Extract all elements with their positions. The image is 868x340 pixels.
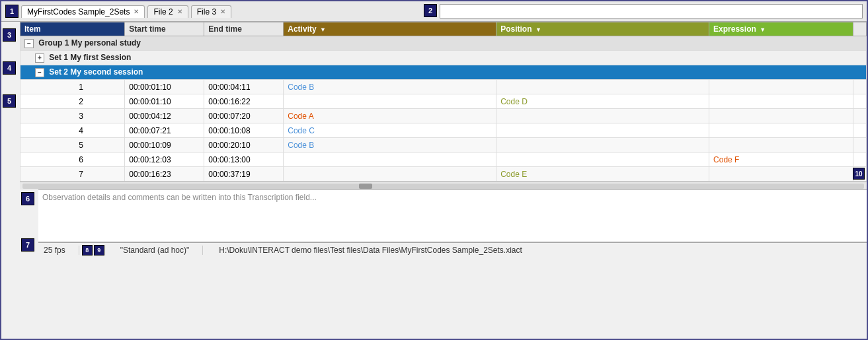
table-row[interactable]: 1 00:00:01:10 00:00:04:11 Code B — [20, 80, 867, 94]
cell-position — [496, 123, 709, 138]
cell-scroll — [853, 123, 867, 138]
table-row[interactable]: 6 00:00:12:03 00:00:13:00 Code F — [20, 153, 867, 167]
cell-scroll — [853, 80, 867, 94]
tab-file3[interactable]: File 3 ✕ — [191, 5, 231, 18]
col-header-expression[interactable]: Expression ▼ — [709, 22, 853, 36]
cell-activity: Code A — [284, 109, 496, 123]
cell-position — [496, 153, 709, 167]
cell-item: 1 — [20, 80, 125, 94]
cell-start: 00:00:04:12 — [125, 109, 204, 123]
badge-8: 8 — [82, 245, 93, 255]
tab-file2[interactable]: File 2 ✕ — [147, 5, 188, 18]
cell-item: 6 — [20, 153, 125, 167]
cell-position — [496, 80, 709, 94]
expression-dropdown-arrow[interactable]: ▼ — [760, 26, 766, 33]
col-header-end: End time — [204, 22, 284, 36]
cell-activity: Code C — [284, 123, 496, 138]
status-bar: 25 fps 8 9 "Standard — [38, 242, 867, 257]
status-fps: 25 fps — [44, 246, 79, 255]
cell-expression — [709, 123, 853, 138]
group-expand-btn[interactable]: − — [24, 39, 34, 48]
cell-expression — [709, 80, 853, 94]
cell-position — [496, 109, 709, 123]
set1-row-cell: + Set 1 My first Session — [20, 51, 867, 65]
table-row[interactable]: 5 00:00:10:09 00:00:20:10 Code B — [20, 138, 867, 153]
badge-2: 2 — [424, 4, 437, 17]
cell-position: Code E — [496, 167, 709, 182]
cell-end: 00:00:04:11 — [204, 80, 284, 94]
cell-activity — [284, 94, 496, 109]
cell-item: 5 — [20, 138, 125, 153]
badge-9: 9 — [94, 245, 104, 255]
transcription-field[interactable]: Observation details and comments can be … — [38, 189, 867, 242]
cell-expression — [709, 167, 853, 182]
activity-dropdown-arrow[interactable]: ▼ — [320, 26, 326, 33]
cell-activity — [284, 153, 496, 167]
cell-scroll — [853, 138, 867, 153]
set1-expand-btn[interactable]: + — [35, 53, 44, 63]
cell-position: Code D — [496, 94, 709, 109]
scroll-track[interactable] — [22, 184, 864, 189]
cell-scroll: 10 — [853, 167, 867, 182]
badge-3: 3 — [3, 28, 16, 42]
col-header-position[interactable]: Position ▼ — [496, 22, 709, 36]
badge-5: 5 — [3, 94, 16, 108]
cell-expression: Code F — [709, 153, 853, 167]
table-row[interactable]: 7 00:00:16:23 00:00:37:19 Code E — [20, 167, 867, 182]
group-row-cell: − Group 1 My personal study — [20, 36, 867, 51]
cell-start: 00:00:07:21 — [125, 123, 204, 138]
group-row: − Group 1 My personal study — [20, 36, 867, 51]
cell-expression — [709, 138, 853, 153]
tab-myfirstcodes[interactable]: MyFirstCodes Sample_2Sets ✕ — [21, 5, 145, 18]
col-header-item: Item — [20, 22, 125, 36]
cell-activity: Code B — [284, 80, 496, 94]
badge-1: 1 — [5, 5, 19, 18]
tab-close-2[interactable]: ✕ — [177, 8, 182, 15]
app-window: 1 MyFirstCodes Sample_2Sets ✕ File 2 ✕ F… — [0, 0, 868, 340]
table-row[interactable]: 3 00:00:04:12 00:00:07:20 Code A — [20, 109, 867, 123]
cell-expression — [709, 109, 853, 123]
horizontal-scrollbar[interactable] — [20, 182, 867, 189]
badge-10: 10 — [853, 168, 865, 180]
cell-item: 4 — [20, 123, 125, 138]
set1-row: + Set 1 My first Session — [20, 51, 867, 65]
cell-end: 00:00:13:00 — [204, 153, 284, 167]
badge-6: 6 — [21, 192, 34, 205]
cell-activity — [284, 167, 496, 182]
status-filepath: H:\Doku\INTERACT demo files\Test files\D… — [206, 246, 861, 255]
cell-scroll — [853, 94, 867, 109]
set2-row-cell: − Set 2 My second session — [20, 65, 867, 80]
table-row[interactable]: 2 00:00:01:10 00:00:16:22 Code D — [20, 94, 867, 109]
cell-end: 00:00:20:10 — [204, 138, 284, 153]
title-bar: 1 MyFirstCodes Sample_2Sets ✕ File 2 ✕ F… — [1, 1, 867, 22]
badge-7: 7 — [21, 238, 34, 252]
scroll-thumb[interactable] — [359, 184, 372, 189]
cell-end: 00:00:10:08 — [204, 123, 284, 138]
status-mode: "Standard (ad hoc)" — [107, 246, 204, 255]
col-header-activity[interactable]: Activity ▼ — [284, 22, 496, 36]
cell-scroll — [853, 109, 867, 123]
cell-position — [496, 138, 709, 153]
tab-close-3[interactable]: ✕ — [220, 8, 225, 15]
set2-row: − Set 2 My second session — [20, 65, 867, 80]
cell-expression — [709, 94, 853, 109]
badge-4: 4 — [3, 61, 16, 75]
col-scroll-header — [853, 22, 867, 36]
cell-item: 3 — [20, 109, 125, 123]
set2-expand-btn[interactable]: − — [35, 68, 44, 77]
cell-start: 00:00:16:23 — [125, 167, 204, 182]
cell-start: 00:00:01:10 — [125, 80, 204, 94]
left-badges: 3 4 5 — [1, 22, 20, 339]
cell-start: 00:00:01:10 — [125, 94, 204, 109]
cell-scroll — [853, 153, 867, 167]
tab-close-1[interactable]: ✕ — [134, 8, 139, 15]
position-dropdown-arrow[interactable]: ▼ — [535, 26, 541, 33]
content-area: Item Start time End time Activity ▼ — [20, 22, 867, 339]
col-header-start: Start time — [125, 22, 204, 36]
cell-item: 7 — [20, 167, 125, 182]
cell-item: 2 — [20, 94, 125, 109]
table-row[interactable]: 4 00:00:07:21 00:00:10:08 Code C — [20, 123, 867, 138]
cell-end: 00:00:37:19 — [204, 167, 284, 182]
header-input[interactable] — [440, 4, 863, 18]
cell-end: 00:00:07:20 — [204, 109, 284, 123]
